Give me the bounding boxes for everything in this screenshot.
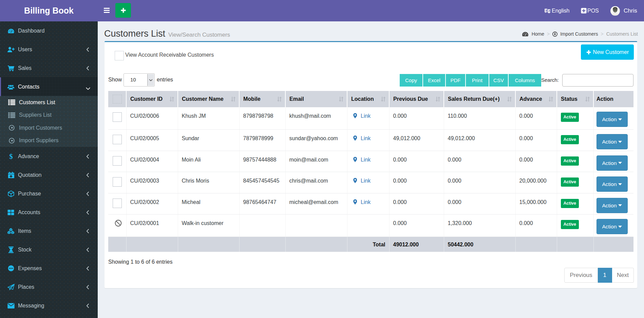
svg-text:文: 文 <box>545 9 548 12</box>
svg-text:$: $ <box>9 153 13 160</box>
svg-text:A: A <box>548 9 550 13</box>
